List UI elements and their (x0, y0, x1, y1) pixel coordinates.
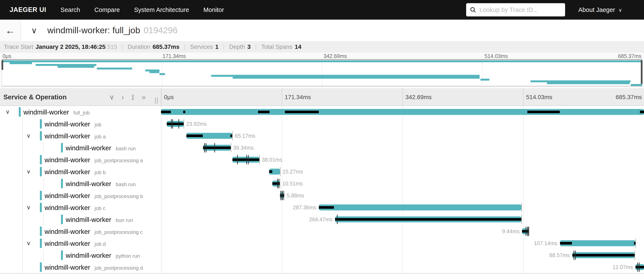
span-bar[interactable] (186, 133, 232, 139)
about-jaeger-menu[interactable]: About Jaeger ∨ (578, 0, 622, 20)
span-bar[interactable] (161, 109, 644, 115)
span-name-column[interactable]: windmill-worker full_job (24, 106, 90, 118)
row-collapse-icon[interactable]: ∨ (26, 166, 31, 178)
trace-lookup-input[interactable] (479, 6, 562, 14)
column-resize-grip[interactable] (155, 98, 158, 104)
span-bar[interactable] (232, 157, 259, 163)
column-divider[interactable] (161, 88, 162, 106)
duration-label: 88.57ms (549, 249, 570, 261)
critical-path-segment (161, 111, 171, 113)
operation-name: job_postprocessing a (95, 158, 143, 164)
critical-path-segment (527, 111, 560, 113)
duration-label: 15.27ms (282, 166, 303, 178)
span-bar[interactable] (636, 264, 644, 270)
span-row[interactable]: windmill-worker job 23.92ms (0, 118, 644, 130)
span-name-column[interactable]: windmill-worker bash run (66, 178, 136, 190)
span-name-column[interactable]: windmill-worker job_postprocessing d (44, 261, 143, 273)
trace-title-collapse-icon[interactable]: ∨ (31, 20, 37, 41)
span-row[interactable]: ∨ windmill-worker job c 287.36ms (0, 202, 644, 214)
span-row[interactable]: ∨ windmill-worker full_job (0, 106, 644, 118)
log-tick (178, 119, 179, 128)
span-bar[interactable] (269, 169, 280, 174)
indent-guide (22, 190, 22, 202)
critical-path-segment (522, 230, 529, 232)
trace-lookup-box[interactable] (466, 3, 565, 16)
critical-path-segment (183, 111, 185, 113)
span-name-column[interactable]: windmill-worker job (44, 118, 102, 130)
back-arrow-icon: ← (5, 25, 15, 36)
span-name-column[interactable]: windmill-worker job_postprocessing b (44, 190, 143, 202)
collapse-one-icon[interactable]: ∨ (109, 94, 114, 101)
span-bar[interactable] (167, 121, 184, 127)
critical-path-segment (203, 146, 231, 149)
row-collapse-icon[interactable]: ∨ (26, 202, 31, 214)
span-row[interactable]: windmill-worker bun run 264.47ms (0, 214, 644, 225)
span-end-tick (231, 143, 231, 152)
span-bar[interactable] (319, 204, 522, 210)
span-row[interactable]: windmill-worker python run 88.57ms (0, 249, 644, 261)
span-row[interactable]: windmill-worker job_postprocessing c 9.4… (0, 225, 644, 237)
minimap-right-scrubber[interactable] (641, 60, 642, 84)
total-spans-value: 14 (295, 44, 301, 50)
span-row[interactable]: windmill-worker job_postprocessing a 38.… (0, 154, 644, 166)
span-name-column[interactable]: windmill-worker bun run (66, 214, 133, 225)
nav-item-compare[interactable]: Compare (94, 6, 120, 14)
service-name: windmill-worker (44, 192, 90, 200)
span-row[interactable]: ∨ windmill-worker job b 15.27ms (0, 166, 644, 178)
log-tick (278, 179, 279, 188)
span-row[interactable]: windmill-worker bash run 39.34ms (0, 142, 644, 154)
duration-label: 39.34ms (233, 142, 254, 154)
span-name-column[interactable]: windmill-worker job_postprocessing c (44, 225, 143, 237)
span-name-column[interactable]: windmill-worker bash run (66, 142, 136, 154)
span-row[interactable]: windmill-worker job_postprocessing d 12.… (0, 261, 644, 273)
indent-guide (22, 237, 22, 249)
span-bar[interactable] (572, 252, 635, 258)
span-bar[interactable] (560, 240, 636, 246)
span-end-tick (636, 238, 636, 248)
indent-guide (22, 118, 22, 130)
nav-item-monitor[interactable]: Monitor (204, 6, 224, 14)
span-bar[interactable] (335, 216, 522, 222)
span-name-column[interactable]: windmill-worker python run (66, 249, 140, 261)
expand-all-icon[interactable]: » (142, 94, 146, 101)
log-tick (574, 250, 574, 260)
depth-label: Depth (229, 44, 245, 50)
span-row[interactable]: ∨ windmill-worker job a 65.17ms (0, 130, 644, 142)
span-bar[interactable] (522, 228, 529, 234)
row-collapse-icon[interactable]: ∨ (26, 130, 31, 142)
indent-guide (22, 166, 22, 178)
minimap-canvas[interactable] (2, 59, 642, 86)
duration-label: 264.47ms (309, 214, 333, 225)
span-name-column[interactable]: windmill-worker job_postprocessing a (44, 154, 143, 166)
expand-one-icon[interactable]: › (122, 94, 124, 101)
log-tick (214, 143, 215, 152)
nav-item-search[interactable]: Search (60, 6, 80, 14)
span-name-column[interactable]: windmill-worker job a (44, 130, 106, 142)
critical-path-segment (572, 254, 635, 256)
span-track: 65.17ms (161, 130, 644, 142)
top-nav-bar: JAEGER UI Search Compare System Architec… (0, 0, 644, 20)
span-bar[interactable] (203, 145, 231, 151)
critical-path-segment (258, 111, 270, 113)
trace-minimap: 0μs 171.34ms 342.69ms 514.03ms 685.37ms (0, 53, 644, 88)
minimap-left-scrubber[interactable] (2, 60, 3, 70)
back-button[interactable]: ← (0, 20, 21, 41)
nav-item-system-architecture[interactable]: System Architecture (134, 6, 189, 14)
collapse-all-icon[interactable]: ∨∨ (131, 94, 134, 100)
span-name-column[interactable]: windmill-worker job d (44, 237, 106, 249)
log-tick (283, 191, 284, 200)
trace-title-text: windmill-worker: full_job (47, 25, 140, 36)
span-end-tick (232, 131, 233, 140)
indent-guide (22, 249, 22, 261)
span-row[interactable]: windmill-worker bash run 10.51ms (0, 178, 644, 190)
row-collapse-icon[interactable]: ∨ (6, 106, 10, 118)
span-name-column[interactable]: windmill-worker job c (44, 202, 105, 214)
span-name-column[interactable]: windmill-worker job b (44, 166, 106, 178)
row-collapse-icon[interactable]: ∨ (26, 237, 31, 249)
span-row[interactable]: ∨ windmill-worker job d 107.14ms (0, 237, 644, 249)
service-color-bar (40, 119, 42, 128)
span-row[interactable]: windmill-worker job_postprocessing b 5.8… (0, 190, 644, 202)
jaeger-logo[interactable]: JAEGER UI (10, 6, 46, 14)
duration-label: 9.44ms (502, 225, 520, 237)
log-tick (639, 262, 640, 272)
